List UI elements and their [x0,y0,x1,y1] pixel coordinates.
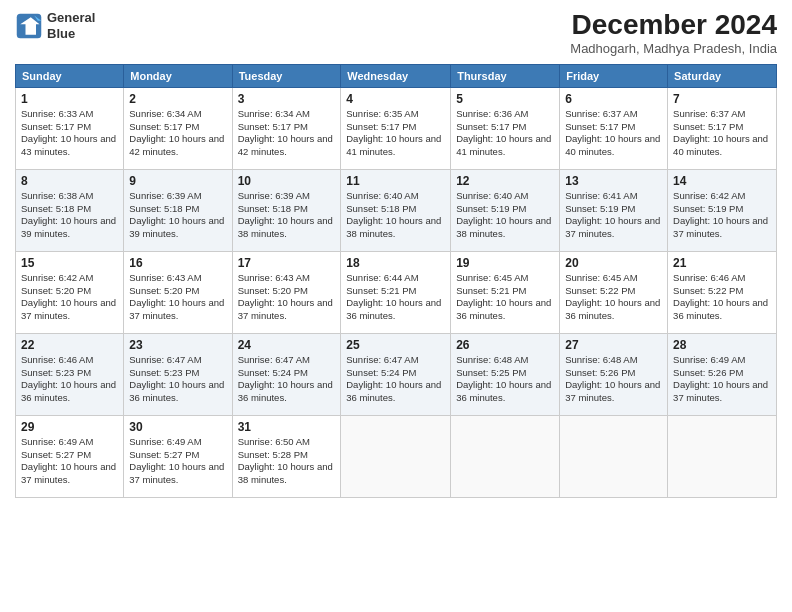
calendar-week-row: 29 Sunrise: 6:49 AM Sunset: 5:27 PM Dayl… [16,415,777,497]
day-info: Sunrise: 6:49 AM Sunset: 5:27 PM Dayligh… [21,436,118,487]
day-number: 9 [129,174,226,188]
col-wednesday: Wednesday [341,64,451,87]
table-row: 1 Sunrise: 6:33 AM Sunset: 5:17 PM Dayli… [16,87,124,169]
day-info: Sunrise: 6:41 AM Sunset: 5:19 PM Dayligh… [565,190,662,241]
table-row: 7 Sunrise: 6:37 AM Sunset: 5:17 PM Dayli… [668,87,777,169]
calendar-week-row: 1 Sunrise: 6:33 AM Sunset: 5:17 PM Dayli… [16,87,777,169]
day-number: 19 [456,256,554,270]
table-row: 20 Sunrise: 6:45 AM Sunset: 5:22 PM Dayl… [560,251,668,333]
day-info: Sunrise: 6:38 AM Sunset: 5:18 PM Dayligh… [21,190,118,241]
day-number: 14 [673,174,771,188]
header: General Blue December 2024 Madhogarh, Ma… [15,10,777,56]
logo: General Blue [15,10,95,41]
day-info: Sunrise: 6:45 AM Sunset: 5:22 PM Dayligh… [565,272,662,323]
table-row: 2 Sunrise: 6:34 AM Sunset: 5:17 PM Dayli… [124,87,232,169]
col-tuesday: Tuesday [232,64,341,87]
table-row: 11 Sunrise: 6:40 AM Sunset: 5:18 PM Dayl… [341,169,451,251]
logo-icon [15,12,43,40]
day-number: 3 [238,92,336,106]
day-info: Sunrise: 6:43 AM Sunset: 5:20 PM Dayligh… [129,272,226,323]
col-saturday: Saturday [668,64,777,87]
day-info: Sunrise: 6:37 AM Sunset: 5:17 PM Dayligh… [673,108,771,159]
day-info: Sunrise: 6:39 AM Sunset: 5:18 PM Dayligh… [238,190,336,241]
table-row: 9 Sunrise: 6:39 AM Sunset: 5:18 PM Dayli… [124,169,232,251]
day-number: 30 [129,420,226,434]
col-friday: Friday [560,64,668,87]
day-number: 23 [129,338,226,352]
calendar-week-row: 15 Sunrise: 6:42 AM Sunset: 5:20 PM Dayl… [16,251,777,333]
day-info: Sunrise: 6:39 AM Sunset: 5:18 PM Dayligh… [129,190,226,241]
table-row [451,415,560,497]
day-info: Sunrise: 6:43 AM Sunset: 5:20 PM Dayligh… [238,272,336,323]
day-info: Sunrise: 6:34 AM Sunset: 5:17 PM Dayligh… [238,108,336,159]
calendar-header-row: Sunday Monday Tuesday Wednesday Thursday… [16,64,777,87]
table-row: 5 Sunrise: 6:36 AM Sunset: 5:17 PM Dayli… [451,87,560,169]
day-number: 15 [21,256,118,270]
day-info: Sunrise: 6:46 AM Sunset: 5:23 PM Dayligh… [21,354,118,405]
day-number: 13 [565,174,662,188]
table-row: 3 Sunrise: 6:34 AM Sunset: 5:17 PM Dayli… [232,87,341,169]
day-number: 21 [673,256,771,270]
table-row: 28 Sunrise: 6:49 AM Sunset: 5:26 PM Dayl… [668,333,777,415]
day-number: 12 [456,174,554,188]
day-number: 25 [346,338,445,352]
table-row: 14 Sunrise: 6:42 AM Sunset: 5:19 PM Dayl… [668,169,777,251]
day-info: Sunrise: 6:44 AM Sunset: 5:21 PM Dayligh… [346,272,445,323]
day-info: Sunrise: 6:46 AM Sunset: 5:22 PM Dayligh… [673,272,771,323]
table-row: 22 Sunrise: 6:46 AM Sunset: 5:23 PM Dayl… [16,333,124,415]
day-number: 2 [129,92,226,106]
location: Madhogarh, Madhya Pradesh, India [570,41,777,56]
day-info: Sunrise: 6:47 AM Sunset: 5:24 PM Dayligh… [238,354,336,405]
table-row [668,415,777,497]
day-number: 17 [238,256,336,270]
page: General Blue December 2024 Madhogarh, Ma… [0,0,792,612]
day-number: 8 [21,174,118,188]
day-number: 4 [346,92,445,106]
day-info: Sunrise: 6:45 AM Sunset: 5:21 PM Dayligh… [456,272,554,323]
day-info: Sunrise: 6:48 AM Sunset: 5:25 PM Dayligh… [456,354,554,405]
table-row: 18 Sunrise: 6:44 AM Sunset: 5:21 PM Dayl… [341,251,451,333]
title-block: December 2024 Madhogarh, Madhya Pradesh,… [570,10,777,56]
day-number: 31 [238,420,336,434]
day-number: 1 [21,92,118,106]
day-info: Sunrise: 6:42 AM Sunset: 5:19 PM Dayligh… [673,190,771,241]
day-number: 20 [565,256,662,270]
table-row: 8 Sunrise: 6:38 AM Sunset: 5:18 PM Dayli… [16,169,124,251]
day-info: Sunrise: 6:34 AM Sunset: 5:17 PM Dayligh… [129,108,226,159]
logo-line2: Blue [47,26,95,42]
table-row: 27 Sunrise: 6:48 AM Sunset: 5:26 PM Dayl… [560,333,668,415]
day-number: 7 [673,92,771,106]
day-info: Sunrise: 6:47 AM Sunset: 5:23 PM Dayligh… [129,354,226,405]
calendar-week-row: 22 Sunrise: 6:46 AM Sunset: 5:23 PM Dayl… [16,333,777,415]
table-row [560,415,668,497]
col-sunday: Sunday [16,64,124,87]
day-info: Sunrise: 6:42 AM Sunset: 5:20 PM Dayligh… [21,272,118,323]
day-info: Sunrise: 6:40 AM Sunset: 5:18 PM Dayligh… [346,190,445,241]
table-row: 17 Sunrise: 6:43 AM Sunset: 5:20 PM Dayl… [232,251,341,333]
day-number: 26 [456,338,554,352]
logo-line1: General [47,10,95,26]
table-row: 6 Sunrise: 6:37 AM Sunset: 5:17 PM Dayli… [560,87,668,169]
day-info: Sunrise: 6:49 AM Sunset: 5:26 PM Dayligh… [673,354,771,405]
day-info: Sunrise: 6:36 AM Sunset: 5:17 PM Dayligh… [456,108,554,159]
day-number: 16 [129,256,226,270]
day-number: 27 [565,338,662,352]
col-thursday: Thursday [451,64,560,87]
day-number: 28 [673,338,771,352]
table-row: 4 Sunrise: 6:35 AM Sunset: 5:17 PM Dayli… [341,87,451,169]
table-row: 16 Sunrise: 6:43 AM Sunset: 5:20 PM Dayl… [124,251,232,333]
calendar-table: Sunday Monday Tuesday Wednesday Thursday… [15,64,777,498]
day-number: 18 [346,256,445,270]
day-number: 22 [21,338,118,352]
table-row: 19 Sunrise: 6:45 AM Sunset: 5:21 PM Dayl… [451,251,560,333]
day-info: Sunrise: 6:50 AM Sunset: 5:28 PM Dayligh… [238,436,336,487]
logo-text: General Blue [47,10,95,41]
table-row: 12 Sunrise: 6:40 AM Sunset: 5:19 PM Dayl… [451,169,560,251]
table-row: 21 Sunrise: 6:46 AM Sunset: 5:22 PM Dayl… [668,251,777,333]
day-number: 10 [238,174,336,188]
table-row: 29 Sunrise: 6:49 AM Sunset: 5:27 PM Dayl… [16,415,124,497]
calendar-week-row: 8 Sunrise: 6:38 AM Sunset: 5:18 PM Dayli… [16,169,777,251]
day-info: Sunrise: 6:48 AM Sunset: 5:26 PM Dayligh… [565,354,662,405]
table-row: 23 Sunrise: 6:47 AM Sunset: 5:23 PM Dayl… [124,333,232,415]
day-info: Sunrise: 6:49 AM Sunset: 5:27 PM Dayligh… [129,436,226,487]
